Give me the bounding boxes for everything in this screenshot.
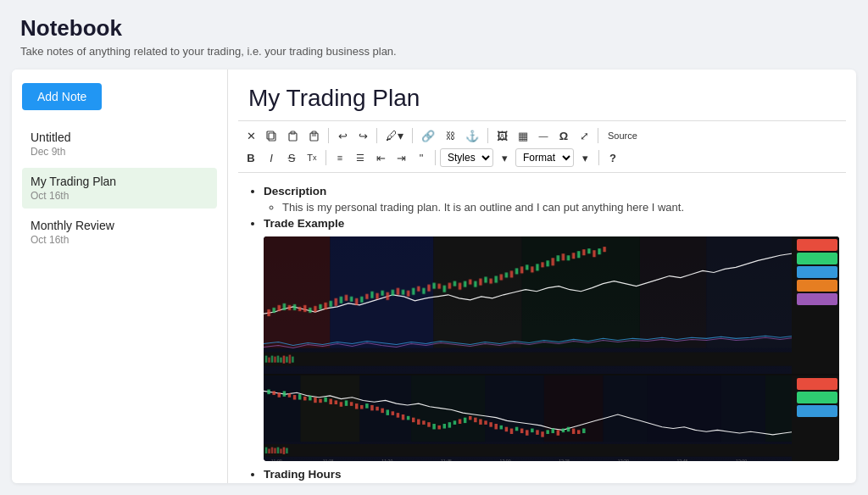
svg-rect-63 xyxy=(526,264,528,270)
tb-outdent[interactable]: ⇤ xyxy=(371,148,390,167)
svg-rect-138 xyxy=(422,420,425,425)
svg-rect-161 xyxy=(541,431,543,437)
svg-rect-173 xyxy=(271,447,274,453)
note-item-monthly-review[interactable]: Monthly Review Oct 16th xyxy=(22,212,217,253)
svg-rect-139 xyxy=(427,422,430,427)
tb-anchor[interactable]: ⚓ xyxy=(461,126,483,145)
svg-rect-68 xyxy=(552,258,554,265)
svg-rect-20 xyxy=(303,305,306,312)
svg-rect-32 xyxy=(365,294,368,299)
main-content: Add Note Untitled Dec 9th My Trading Pla… xyxy=(12,70,856,483)
svg-rect-163 xyxy=(552,428,554,433)
tb-undo[interactable]: ↩ xyxy=(333,126,352,145)
price-chart-svg xyxy=(264,236,839,374)
editor-title: My Trading Plan xyxy=(248,85,836,112)
svg-rect-54 xyxy=(479,279,481,286)
svg-rect-145 xyxy=(459,419,461,424)
list-item-trading-hours: Trading Hours xyxy=(264,468,839,481)
tb-source[interactable]: Source xyxy=(603,126,643,145)
tb-redo[interactable]: ↪ xyxy=(353,126,372,145)
tb-format-dropdown-arrow[interactable]: ▾ xyxy=(576,148,594,167)
tb-blockquote[interactable]: " xyxy=(412,148,431,167)
page-subtitle: Take notes of anything related to your t… xyxy=(20,45,848,58)
legend-bar-red xyxy=(797,239,837,251)
svg-rect-113 xyxy=(293,395,296,400)
tb-hr[interactable]: — xyxy=(534,126,553,145)
svg-text:12:15: 12:15 xyxy=(559,459,570,461)
note-title-trading-plan: My Trading Plan xyxy=(31,175,209,188)
tb-cut[interactable]: ✕ xyxy=(242,126,260,145)
tb-styles-select[interactable]: Styles xyxy=(440,148,493,167)
svg-rect-42 xyxy=(417,286,420,292)
svg-rect-29 xyxy=(350,297,353,302)
svg-rect-1 xyxy=(267,131,274,139)
svg-rect-30 xyxy=(355,298,358,305)
add-note-button[interactable]: Add Note xyxy=(22,83,102,110)
tb-italic[interactable]: I xyxy=(262,148,281,167)
toolbar-wrapper: ✕ ↩ ↪ 🖊▾ 🔗 xyxy=(238,120,846,173)
trading-hours-label: Trading Hours xyxy=(264,468,342,481)
svg-rect-174 xyxy=(274,448,276,453)
tb-copy[interactable] xyxy=(262,126,281,145)
editor-content[interactable]: Description This is my personal trading … xyxy=(228,173,856,483)
tb-unlink[interactable]: ⛓ xyxy=(441,126,459,145)
tb-sep-4 xyxy=(487,128,488,143)
tb-paste[interactable] xyxy=(283,126,303,145)
tb-unordered-list[interactable]: ☰ xyxy=(351,148,370,167)
page-title: Notebook xyxy=(20,15,848,42)
svg-text:12:30: 12:30 xyxy=(618,459,629,461)
tb-indent[interactable]: ⇥ xyxy=(392,148,410,167)
svg-rect-129 xyxy=(376,407,378,411)
svg-rect-122 xyxy=(340,402,342,407)
tb-ordered-list[interactable]: ≡ xyxy=(331,148,349,167)
svg-text:11:30: 11:30 xyxy=(381,459,392,461)
tb-strikethrough[interactable]: S xyxy=(282,148,301,167)
tb-bold[interactable]: B xyxy=(242,148,260,167)
note-item-untitled[interactable]: Untitled Dec 9th xyxy=(22,124,217,164)
bottom-legend-bar-red xyxy=(797,378,837,390)
svg-rect-132 xyxy=(392,411,394,415)
list-item-trade-example: Trade Example xyxy=(264,217,839,461)
svg-rect-10 xyxy=(522,236,640,348)
svg-rect-117 xyxy=(314,398,316,403)
svg-rect-131 xyxy=(387,409,389,414)
legend-bar-blue xyxy=(797,266,837,278)
tb-paste-text[interactable] xyxy=(304,126,324,145)
tb-maximize[interactable]: ⤢ xyxy=(575,126,593,145)
tb-styles-dropdown-arrow[interactable]: ▾ xyxy=(495,148,514,167)
svg-rect-154 xyxy=(505,427,508,432)
svg-rect-61 xyxy=(515,268,518,274)
tb-special-chars[interactable]: Ω xyxy=(554,126,573,145)
tb-image[interactable]: 🖼 xyxy=(492,126,512,145)
svg-rect-144 xyxy=(453,420,456,425)
svg-rect-146 xyxy=(464,418,466,423)
svg-rect-178 xyxy=(286,448,288,453)
note-title-monthly-review: Monthly Review xyxy=(31,219,209,232)
svg-rect-103 xyxy=(301,375,360,442)
svg-rect-176 xyxy=(280,448,282,453)
legend-bar-purple xyxy=(797,293,837,305)
svg-rect-40 xyxy=(407,291,409,297)
svg-rect-172 xyxy=(268,448,270,453)
svg-rect-43 xyxy=(422,288,425,294)
tb-sep-2 xyxy=(376,128,377,143)
svg-rect-55 xyxy=(484,277,487,283)
svg-rect-70 xyxy=(562,253,565,260)
svg-rect-93 xyxy=(286,357,288,363)
tb-help[interactable]: ? xyxy=(604,148,622,167)
tb-format-select[interactable]: Format xyxy=(515,148,574,167)
svg-rect-91 xyxy=(280,358,282,363)
tb-format-dropdown[interactable]: 🖊▾ xyxy=(381,126,408,145)
svg-rect-125 xyxy=(355,403,358,409)
svg-rect-78 xyxy=(603,247,605,252)
note-item-trading-plan[interactable]: My Trading Plan Oct 16th xyxy=(22,168,217,209)
tb-clear-format[interactable]: Tx xyxy=(303,148,321,167)
svg-rect-152 xyxy=(494,424,497,429)
tb-table[interactable]: ▦ xyxy=(514,126,532,145)
tb-link[interactable]: 🔗 xyxy=(417,126,439,145)
svg-rect-135 xyxy=(407,416,409,420)
svg-rect-104 xyxy=(411,375,485,442)
svg-text:12:00: 12:00 xyxy=(500,459,511,461)
svg-rect-158 xyxy=(526,430,528,435)
svg-rect-25 xyxy=(329,301,331,307)
